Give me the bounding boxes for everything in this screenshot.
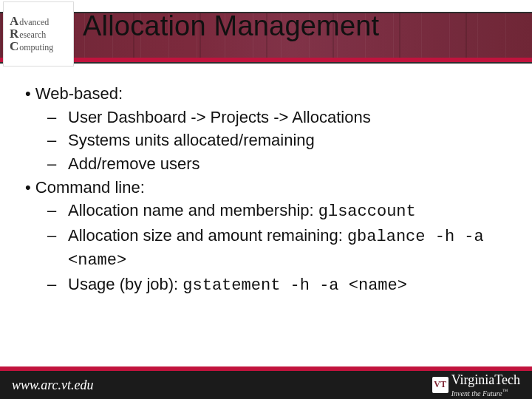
footer-bar: www.arc.vt.edu VT VirginiaTech Invent th… bbox=[0, 371, 532, 399]
vt-name: VirginiaTech bbox=[451, 372, 520, 388]
slide-title: Allocation Management bbox=[83, 10, 379, 42]
vt-branding: VT VirginiaTech Invent the Future™ bbox=[432, 372, 520, 398]
header: Advanced Research Computing Allocation M… bbox=[0, 0, 532, 66]
arc-logo: Advanced Research Computing bbox=[3, 1, 74, 66]
bullet-web-based: • Web-based: bbox=[25, 83, 513, 105]
bullet-cli: • Command line: bbox=[25, 177, 513, 199]
arc-logo-line1: Advanced bbox=[10, 16, 73, 27]
vt-shield-icon: VT bbox=[432, 377, 449, 393]
footer: www.arc.vt.edu VT VirginiaTech Invent th… bbox=[0, 364, 532, 399]
code-glsaccount: glsaccount bbox=[318, 202, 416, 221]
vt-tagline: Invent the Future™ bbox=[451, 388, 520, 398]
bullet-cli-3: –Usage (by job): gstatement -h -a <name> bbox=[58, 273, 513, 297]
header-bottom-rule bbox=[0, 62, 532, 64]
slide-body: • Web-based: –User Dashboard -> Projects… bbox=[25, 83, 513, 298]
bullet-cli-2: –Allocation size and amount remaining: g… bbox=[58, 225, 513, 271]
arc-logo-line2: Research bbox=[10, 29, 73, 40]
footer-url: www.arc.vt.edu bbox=[12, 378, 94, 393]
bullet-web-1: –User Dashboard -> Projects -> Allocatio… bbox=[58, 106, 513, 129]
bullet-web-2: –Systems units allocated/remaining bbox=[58, 129, 513, 151]
slide: Advanced Research Computing Allocation M… bbox=[0, 0, 532, 399]
vt-logo: VT VirginiaTech Invent the Future™ bbox=[432, 372, 520, 398]
bullet-cli-1: –Allocation name and membership: glsacco… bbox=[58, 200, 513, 223]
code-gstatement: gstatement -h -a <name> bbox=[183, 276, 407, 295]
arc-logo-line3: Computing bbox=[10, 41, 73, 52]
bullet-web-3: –Add/remove users bbox=[58, 153, 513, 175]
